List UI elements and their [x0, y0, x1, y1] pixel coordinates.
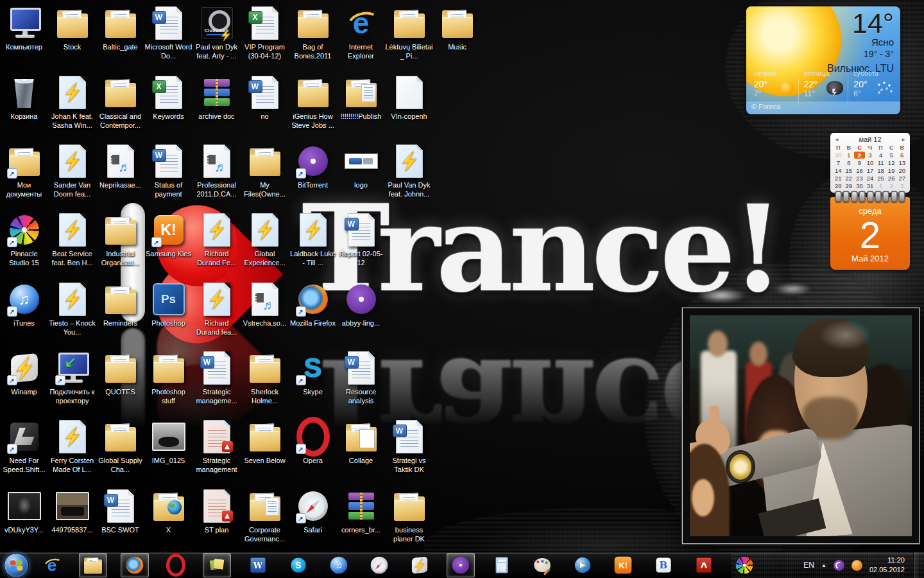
desktop-icon-folder-photos[interactable]: Collage	[337, 419, 385, 466]
desktop-icon-media[interactable]: ♬Professional 2011.D.CA...	[193, 143, 241, 199]
calendar-date[interactable]: 24	[865, 175, 876, 182]
desktop-icon-word[interactable]: WStrategi vs Taktik DK	[385, 419, 433, 475]
desktop-icon-media[interactable]: ♬Neprikasae...	[96, 143, 144, 190]
show-hidden-icons-button[interactable]: ▲	[821, 563, 826, 568]
calendar-date[interactable]: 18	[875, 167, 886, 174]
desktop-icon-folder[interactable]: Classical and Contempor...	[96, 74, 144, 130]
desktop-icon-winamp-file[interactable]: ⚡Johan K feat. Sasha Win...	[48, 74, 96, 130]
desktop-icon-winamp-file[interactable]: ⚡Beat Service feat. Ben H...	[48, 212, 96, 268]
desktop-icon-nfs[interactable]: ↗Need For Speed.Shift...	[0, 419, 48, 475]
taskbar-item-opera[interactable]	[162, 554, 189, 577]
calendar-date[interactable]: 8	[844, 159, 855, 166]
desktop-icon-projector[interactable]: ↙↗Подключить к проектору	[48, 350, 96, 406]
desktop-icon-winamp-file[interactable]: ⚡Paul Van Dyk feat. Johnn...	[385, 143, 433, 199]
weather-gadget[interactable]: 14° Ясно 19° - 3° Вильнюс, LTU четверг 2…	[746, 6, 900, 114]
calendar-date[interactable]: 25	[875, 175, 886, 182]
desktop-icon-folder[interactable]: business planer DK	[385, 488, 433, 544]
calendar-date[interactable]: 5	[886, 152, 897, 159]
taskbar-item-pinnacle-studio[interactable]	[731, 554, 758, 577]
desktop-icon-recycle[interactable]: Корзина	[0, 74, 48, 121]
desktop-icon-pinnacle[interactable]: ↗Pinnacle Studio 15	[0, 212, 48, 268]
desktop-icon-logoimg[interactable]: logo	[337, 143, 385, 190]
taskbar-item-itunes[interactable]: ♫	[325, 554, 352, 577]
desktop-icon-winamp-file[interactable]: ⚡Richard Durand fea...	[193, 281, 241, 337]
calendar-date[interactable]: 11	[875, 159, 886, 166]
desktop-icon-bittorrent[interactable]: abbyy-ling...	[337, 281, 385, 328]
calendar-prev-button[interactable]: ◄	[834, 137, 839, 143]
calendar-date[interactable]: 19	[886, 167, 897, 174]
calendar-date[interactable]: 6	[896, 152, 907, 159]
calendar-date[interactable]: 28	[833, 182, 844, 189]
taskbar-item-media-player[interactable]: ▶	[569, 554, 596, 577]
desktop-icon-opera[interactable]: ↗Opera	[289, 419, 337, 466]
desktop-icon-folder[interactable]: Music	[433, 5, 481, 52]
desktop-icon-word[interactable]: WStrategic manageme...	[193, 350, 241, 406]
calendar-date[interactable]: 21	[833, 175, 844, 182]
calendar-date[interactable]: 9	[854, 159, 865, 166]
taskbar-item-safari[interactable]	[366, 554, 393, 577]
desktop-icon-ie[interactable]: eInternet Explorer	[337, 5, 385, 61]
taskbar-item-windows-explorer[interactable]	[79, 553, 107, 577]
desktop-icon-computer[interactable]: Компьютер	[0, 5, 48, 52]
desktop-icon-folder[interactable]: Bag of Bones.2011	[289, 5, 337, 61]
desktop-icon-folder[interactable]: ↗Мои документы	[0, 143, 48, 199]
desktop-icon-pdf[interactable]: Strategic management	[193, 419, 241, 475]
calendar-date[interactable]: 23	[854, 175, 865, 182]
desktop-icon-winamp-app[interactable]: ⚡↗Winamp	[0, 350, 48, 397]
desktop-icon-winamp-file[interactable]: ⚡Laidback Luke - Till ...	[289, 212, 337, 268]
calendar-date[interactable]: 16	[854, 167, 865, 174]
taskbar-item-bittorrent[interactable]	[447, 553, 475, 577]
desktop-icon-folder[interactable]: QUOTES	[96, 350, 144, 397]
calendar-date[interactable]: 10	[865, 159, 876, 166]
desktop-icon-excel[interactable]: XKeywords	[144, 74, 193, 121]
calendar-date[interactable]: 1	[844, 152, 855, 159]
calendar-date[interactable]: 7	[833, 159, 844, 166]
calendar-date[interactable]: 1	[875, 182, 886, 189]
taskbar-item-sticky-notes[interactable]	[203, 553, 231, 577]
calendar-date[interactable]: 20	[896, 167, 907, 174]
desktop-icon-imgthumb2[interactable]: vDUkyY3Y...	[0, 488, 48, 535]
desktop-icon-word[interactable]: WStatus of payment	[144, 143, 193, 199]
desktop-icon-media[interactable]: ♬Vstrecha.so...	[241, 281, 289, 328]
desktop-icon-pdf[interactable]: ST plan	[193, 488, 241, 535]
desktop-icon-blank[interactable]: VIn-copenh	[385, 74, 433, 121]
calendar-date[interactable]: 30	[854, 182, 865, 189]
calendar-date[interactable]: 29	[844, 182, 855, 189]
calendar-date[interactable]: 30	[833, 152, 844, 159]
calendar-date[interactable]: 15	[844, 167, 855, 174]
calendar-date[interactable]: 13	[896, 159, 907, 166]
calendar-next-button[interactable]: ►	[901, 137, 906, 143]
taskbar-item-skype[interactable]: S	[285, 554, 312, 577]
desktop-icon-imgthumb3[interactable]: 449795837...	[48, 488, 96, 535]
calendar-date[interactable]: 4	[875, 152, 886, 159]
calendar-date[interactable]: 14	[833, 167, 844, 174]
calendar-date[interactable]: 27	[896, 175, 907, 182]
desktop-icon-folder[interactable]: Industrial Organisati...	[96, 212, 144, 268]
desktop-icon-kies[interactable]: K!↗Samsung Kies	[144, 212, 193, 259]
desktop-icon-word[interactable]: WResource analysis	[337, 350, 385, 406]
calendar-date[interactable]: 17	[865, 167, 876, 174]
desktop-icon-skype[interactable]: S↗Skype	[289, 350, 337, 397]
desktop-icon-folder[interactable]: My Files(Owne...	[241, 143, 289, 199]
desktop-icon-folder[interactable]: Sherlock Holme...	[241, 350, 289, 406]
calendar-date[interactable]: 3	[865, 152, 876, 159]
desktop-icon-folder[interactable]: Baltic_gate	[96, 5, 144, 52]
desktop-icon-winamp-file[interactable]: ⚡Sander Van Doorn fea...	[48, 143, 96, 199]
taskbar-item-winamp[interactable]: ⚡	[406, 554, 433, 577]
desktop-icon-folder[interactable]: Stock	[48, 5, 96, 52]
desktop-icon-bittorrent[interactable]: ↗BitTorrent	[289, 143, 337, 190]
desktop-icon-folder[interactable]: Global Supply Cha...	[96, 419, 144, 475]
calendar-date[interactable]: 12	[886, 159, 897, 166]
desktop-icon-word[interactable]: Wno	[241, 74, 289, 121]
show-desktop-button[interactable]	[913, 552, 919, 578]
taskbar-item-paint[interactable]	[529, 554, 556, 577]
desktop-icon-firefox[interactable]: ↗Mozilla Firefox	[289, 281, 337, 328]
taskbar-item-adobe-reader[interactable]	[690, 554, 717, 577]
desktop-icon-safari[interactable]: ↗Safari	[289, 488, 337, 535]
desktop-icon-clubomba[interactable]: Clubomba⚡Paul van Dyk feat. Arty - ...	[193, 5, 241, 61]
desktop-icon-folder-doc[interactable]: !!!!!!!!!Publish	[337, 74, 385, 121]
taskbar-item-internet-explorer[interactable]: e	[38, 554, 65, 577]
calendar-date[interactable]: 31	[865, 182, 876, 189]
forecast-day[interactable]: пятница 22° 11°	[798, 78, 848, 104]
desktop-icon-folder[interactable]: Seven Below	[241, 419, 289, 466]
